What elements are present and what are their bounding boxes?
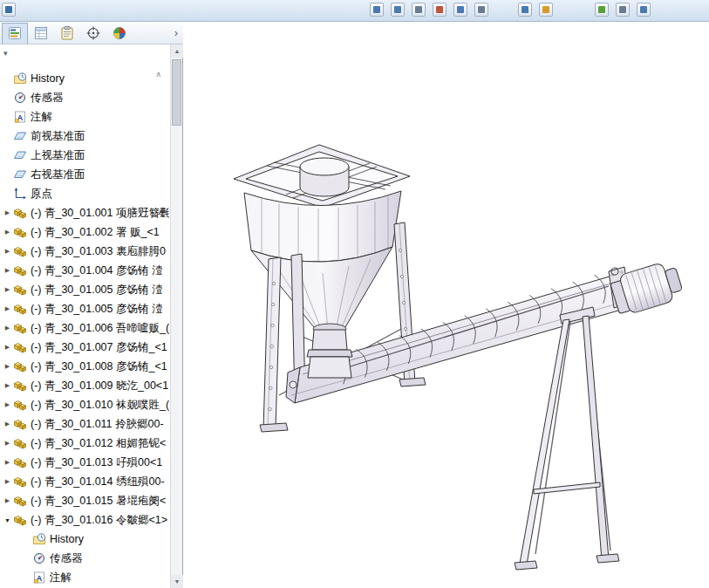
- expand-arrow-icon[interactable]: ▶: [2, 459, 13, 466]
- tree-item[interactable]: ▶(-) 青_30_01.014 绣纽殞00-: [0, 472, 169, 491]
- tree-item[interactable]: ▶(-) 青_30_01.003 裏庖腓胟0: [0, 242, 169, 261]
- expand-arrow-icon[interactable]: ▶: [2, 286, 13, 293]
- expand-arrow-icon[interactable]: ▶: [2, 209, 13, 216]
- pan-icon[interactable]: [412, 3, 426, 17]
- tree-item-label: (-) 青_30_01.003 裏庖腓胟0: [31, 244, 166, 259]
- cad-model-svg: [183, 22, 709, 588]
- tree-item[interactable]: 右视基准面: [0, 165, 169, 184]
- rotate-view-icon-glyph: [394, 6, 401, 13]
- tree-item[interactable]: 原点: [0, 184, 169, 203]
- assembly-icon: [13, 321, 27, 335]
- tree-item[interactable]: ▶(-) 青_30_01.002 署 贩_<1: [0, 222, 169, 242]
- assembly-icon: [13, 455, 27, 469]
- apply-scene-icon[interactable]: [595, 3, 609, 17]
- zoom-fit-icon[interactable]: [370, 3, 384, 17]
- tree-item[interactable]: 传感器: [0, 549, 169, 568]
- tree-item-label: 注解: [50, 571, 72, 585]
- model-stand: [515, 307, 619, 570]
- tree-item[interactable]: ▶(-) 青_30_01.009 晓汔_00<1: [0, 376, 169, 395]
- view-settings-icon[interactable]: [616, 3, 630, 17]
- full-screen-icon[interactable]: [637, 3, 651, 17]
- expand-arrow-icon[interactable]: ▶: [2, 478, 13, 485]
- tree-scrollbar[interactable]: ▲ ▼: [170, 44, 182, 588]
- expand-arrow-icon[interactable]: ▶: [2, 305, 13, 312]
- note-icon: A: [32, 571, 46, 585]
- section-view-icon[interactable]: [433, 3, 447, 17]
- tree-filter-chevron-icon[interactable]: ▾: [3, 49, 8, 58]
- assembly-icon: [13, 340, 27, 354]
- expand-arrow-icon[interactable]: ▶: [2, 420, 13, 427]
- displaymanager-tab[interactable]: [106, 23, 133, 44]
- toolbar-group: [595, 3, 651, 17]
- tree-item[interactable]: ▶(-) 青_30_01.012 相媚筢铌<: [0, 434, 169, 453]
- tree-item-label: (-) 青_30_01.008 彦饧铕_<1: [31, 359, 167, 374]
- hide-show-icon[interactable]: [518, 3, 532, 17]
- app-menu-icon-glyph: [5, 6, 12, 13]
- tree-item[interactable]: 上视基准面: [0, 146, 169, 165]
- section-view-icon-glyph: [436, 6, 443, 13]
- expand-arrow-icon[interactable]: ▶: [2, 440, 13, 447]
- tree-item-label: History: [31, 72, 65, 85]
- note-icon: A: [13, 110, 27, 124]
- assembly-icon: [13, 244, 27, 258]
- tree-item[interactable]: ▶(-) 青_30_01.007 彦饧铕_<1: [0, 338, 169, 357]
- tree-item-label: (-) 青_30_01.015 暑堒疱阌<: [31, 494, 166, 509]
- tree-item[interactable]: ▶(-) 青_30_01.013 吇殞00<1: [0, 453, 169, 472]
- display-style-icon-glyph: [478, 6, 485, 13]
- tab-overflow-chevron-icon[interactable]: ›: [169, 24, 183, 43]
- app-menu-icon[interactable]: [2, 3, 16, 17]
- assembly-icon: [13, 263, 27, 277]
- tree-item[interactable]: 前视基准面: [0, 126, 169, 146]
- tree-item[interactable]: A注解: [0, 568, 169, 587]
- view-orientation-icon[interactable]: [453, 3, 467, 17]
- expand-arrow-icon[interactable]: ▶: [2, 248, 13, 255]
- scrollbar-down-icon[interactable]: ▼: [171, 575, 183, 588]
- assembly-icon: [13, 283, 27, 297]
- tree-item[interactable]: History: [0, 530, 169, 549]
- tree-item[interactable]: ▶(-) 青_30_01.008 彦饧铕_<1: [0, 357, 169, 376]
- scrollbar-up-icon[interactable]: ▲: [171, 44, 183, 58]
- tree-item[interactable]: History: [0, 69, 169, 88]
- display-style-icon[interactable]: [474, 3, 488, 17]
- propertymanager-tab[interactable]: [28, 23, 54, 44]
- tree-item[interactable]: ▶(-) 青_30_01.005 彦饧铕 潱: [0, 299, 169, 318]
- tree-item-label: (-) 青_30_01.002 署 贩_<1: [31, 225, 160, 240]
- tree-item[interactable]: ▶(-) 青_30_01.004 彦饧铕 潱: [0, 261, 169, 280]
- sensors-icon: [13, 91, 27, 105]
- featuremanager-tab[interactable]: [2, 23, 28, 44]
- edit-appearance-icon-glyph: [542, 6, 549, 13]
- pan-icon-glyph: [415, 6, 422, 13]
- tree-item[interactable]: ▶(-) 青_30_01.015 暑堒疱阌<: [0, 491, 169, 510]
- expand-arrow-icon[interactable]: ▶: [2, 325, 13, 332]
- tree-item[interactable]: ▶(-) 青_30_01.001 项膳觃簪氎: [0, 203, 169, 222]
- rotate-view-icon[interactable]: [391, 3, 405, 17]
- tree-item[interactable]: ▶(-) 青_30_01.006 吾啼嚧贩_(: [0, 318, 169, 338]
- tree-item[interactable]: ▶(-) 青_30_01.011 拎脥郷00-: [0, 414, 169, 434]
- expand-arrow-icon[interactable]: ▶: [2, 344, 13, 351]
- assembly-icon: [13, 225, 27, 239]
- zoom-fit-icon-glyph: [373, 6, 380, 13]
- tree-item[interactable]: 传感器: [0, 88, 169, 107]
- expand-arrow-icon[interactable]: ▶: [2, 267, 13, 274]
- tree-item[interactable]: ▶(-) 青_30_01.010 袜觌噗貹_(: [0, 395, 169, 414]
- tree-item[interactable]: ▼(-) 青_30_01.016 令皺郷<1>: [0, 510, 169, 530]
- 3d-viewport[interactable]: [183, 22, 709, 588]
- tree-item[interactable]: ▶(-) 青_30_01.005 彦饧铕 潱: [0, 280, 169, 299]
- dimxpertmanager-tab[interactable]: [80, 23, 106, 44]
- expand-arrow-icon[interactable]: ▶: [2, 363, 13, 370]
- assembly-icon: [13, 494, 27, 508]
- assembly-icon: [13, 302, 27, 316]
- scrollbar-thumb[interactable]: [172, 59, 181, 126]
- expand-arrow-icon[interactable]: ▶: [2, 401, 13, 408]
- hide-show-icon-glyph: [522, 6, 528, 13]
- edit-appearance-icon[interactable]: [539, 3, 553, 17]
- expand-arrow-icon[interactable]: ▼: [2, 517, 13, 523]
- history-icon: [32, 532, 46, 546]
- expand-arrow-icon[interactable]: ▶: [2, 497, 13, 504]
- tree-item[interactable]: A注解: [0, 107, 169, 126]
- panel-tabs: ›: [0, 22, 183, 44]
- tree-item-label: (-) 青_30_01.016 令皺郷<1>: [31, 513, 167, 528]
- expand-arrow-icon[interactable]: ▶: [2, 382, 13, 389]
- expand-arrow-icon[interactable]: ▶: [2, 229, 13, 236]
- configurationmanager-tab[interactable]: [54, 23, 80, 44]
